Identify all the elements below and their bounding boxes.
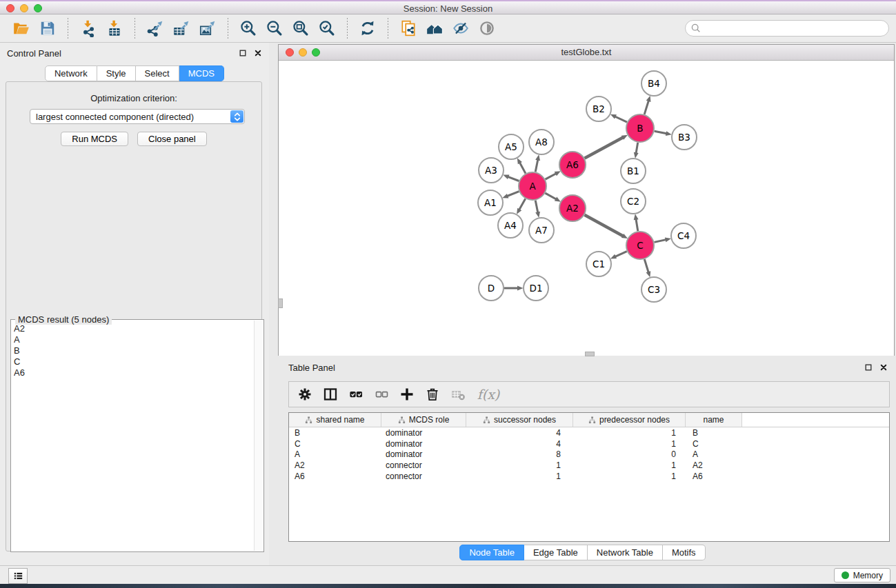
graph-node-c4[interactable]: C4	[671, 223, 696, 248]
import-table-icon[interactable]	[104, 18, 125, 39]
cell-successor-nodes[interactable]: 4	[466, 439, 573, 449]
save-icon[interactable]	[37, 18, 58, 39]
graph-node-b4[interactable]: B4	[641, 71, 666, 96]
tab-edge-table[interactable]: Edge Table	[524, 545, 588, 560]
task-history-button[interactable]	[8, 568, 28, 584]
graph-node-a5[interactable]: A5	[499, 134, 524, 159]
graph-node-a1[interactable]: A1	[478, 190, 503, 215]
home-icon[interactable]	[424, 18, 445, 39]
table-row-b[interactable]: Bdominator41B	[289, 427, 889, 438]
refresh-icon[interactable]	[357, 18, 378, 39]
result-item-a2[interactable]: A2	[14, 323, 252, 334]
cell-shared-name[interactable]: A6	[289, 472, 381, 481]
graph-node-a4[interactable]: A4	[498, 213, 523, 238]
graph-node-d[interactable]: D	[479, 276, 504, 301]
open-folder-icon[interactable]	[11, 18, 32, 39]
edge-A-A3[interactable]	[508, 176, 519, 181]
cell-shared-name[interactable]: A	[289, 449, 381, 459]
result-item-a[interactable]: A	[14, 334, 252, 345]
edge-A6-B[interactable]	[585, 137, 624, 158]
tab-motifs[interactable]: Motifs	[663, 545, 706, 560]
splitter-handle-left[interactable]	[278, 298, 283, 308]
edge-B-B3[interactable]	[655, 131, 667, 134]
edge-A-A5[interactable]	[519, 163, 526, 174]
edge-A-A8[interactable]	[535, 160, 538, 172]
zoom-fit-icon[interactable]	[290, 18, 311, 39]
memory-button[interactable]: Memory	[834, 568, 890, 582]
graph-node-a6[interactable]: A6	[559, 152, 586, 178]
column-header-MCDS-role[interactable]: MCDS role	[381, 413, 466, 427]
hide-panels-icon[interactable]	[450, 18, 471, 39]
zoom-selected-icon[interactable]	[317, 18, 337, 39]
close-table-panel-icon[interactable]	[879, 363, 888, 372]
graph-node-a3[interactable]: A3	[479, 158, 504, 183]
cell-name[interactable]: A2	[686, 460, 742, 470]
columns-icon[interactable]	[320, 384, 340, 405]
graph-node-c[interactable]: C	[626, 232, 654, 259]
graph-node-a2[interactable]: A2	[559, 195, 586, 221]
column-header-shared-name[interactable]: shared name	[289, 413, 381, 427]
cell-MCDS-role[interactable]: dominator	[381, 428, 466, 438]
select-all-icon[interactable]	[346, 384, 366, 405]
zoom-in-icon[interactable]	[238, 18, 259, 39]
edge-B-B1[interactable]	[636, 143, 638, 154]
edge-C-C1[interactable]	[615, 252, 627, 257]
delete-row-icon[interactable]	[422, 384, 442, 405]
edge-A-A6[interactable]	[546, 174, 557, 179]
cell-predecessor-nodes[interactable]: 0	[573, 449, 686, 459]
gear-icon[interactable]	[295, 384, 315, 405]
cell-shared-name[interactable]: B	[289, 428, 381, 438]
result-item-a6[interactable]: A6	[14, 367, 252, 378]
network-minimize-button[interactable]	[299, 48, 307, 57]
graph-node-b1[interactable]: B1	[621, 159, 646, 183]
graph-node-b[interactable]: B	[626, 114, 654, 142]
table-row-a2[interactable]: A2connector11A2	[289, 460, 889, 471]
network-close-button[interactable]	[286, 48, 294, 57]
edge-A-A7[interactable]	[535, 201, 538, 213]
search-input[interactable]	[701, 21, 888, 35]
table-row-a[interactable]: Adominator80A	[289, 449, 889, 460]
edge-A2-C[interactable]	[585, 215, 624, 236]
graph-node-a8[interactable]: A8	[529, 130, 554, 154]
export-network-icon[interactable]	[145, 18, 166, 39]
cell-predecessor-nodes[interactable]: 1	[573, 439, 686, 449]
criterion-dropdown[interactable]: largest connected component (directed)	[30, 109, 245, 124]
show-panels-icon[interactable]	[477, 18, 497, 39]
result-item-b[interactable]: B	[14, 345, 252, 356]
cell-successor-nodes[interactable]: 8	[466, 449, 573, 459]
result-item-c[interactable]: C	[14, 356, 252, 367]
graph-node-a[interactable]: A	[519, 172, 546, 200]
graph-node-b2[interactable]: B2	[586, 97, 611, 121]
edge-B-B2[interactable]	[615, 116, 627, 122]
edge-A-A1[interactable]	[507, 192, 519, 196]
network-zoom-button[interactable]	[312, 48, 320, 57]
edge-C-C3[interactable]	[644, 259, 648, 272]
search-field[interactable]	[685, 20, 889, 37]
cell-name[interactable]: A6	[686, 472, 742, 481]
cell-MCDS-role[interactable]: dominator	[381, 439, 466, 449]
cell-predecessor-nodes[interactable]: 1	[573, 472, 686, 481]
graph-node-d1[interactable]: D1	[524, 276, 548, 301]
run-mcds-button[interactable]: Run MCDS	[61, 132, 128, 146]
tab-mcds[interactable]: MCDS	[179, 65, 224, 81]
column-header-predecessor-nodes[interactable]: predecessor nodes	[573, 413, 686, 427]
cell-MCDS-role[interactable]: connector	[381, 460, 466, 470]
cell-successor-nodes[interactable]: 4	[466, 428, 573, 438]
edge-A-A2[interactable]	[545, 193, 556, 199]
cell-name[interactable]: C	[686, 439, 742, 449]
graph-node-c2[interactable]: C2	[621, 189, 646, 214]
cell-name[interactable]: A	[686, 449, 742, 459]
tab-style[interactable]: Style	[97, 65, 136, 81]
graph-node-c3[interactable]: C3	[641, 277, 666, 302]
import-network-icon[interactable]	[78, 18, 99, 39]
cell-MCDS-role[interactable]: dominator	[381, 449, 466, 459]
cell-shared-name[interactable]: C	[289, 439, 381, 449]
close-panel-icon[interactable]	[254, 49, 262, 57]
splitter-handle-bottom[interactable]	[585, 352, 595, 356]
edge-B-B4[interactable]	[644, 101, 648, 114]
graph-node-a7[interactable]: A7	[529, 218, 554, 243]
result-scrollbar[interactable]	[254, 321, 263, 551]
tab-node-table[interactable]: Node Table	[459, 545, 524, 560]
tab-network[interactable]: Network	[45, 65, 97, 81]
table-row-a6[interactable]: A6connector11A6	[289, 471, 889, 482]
